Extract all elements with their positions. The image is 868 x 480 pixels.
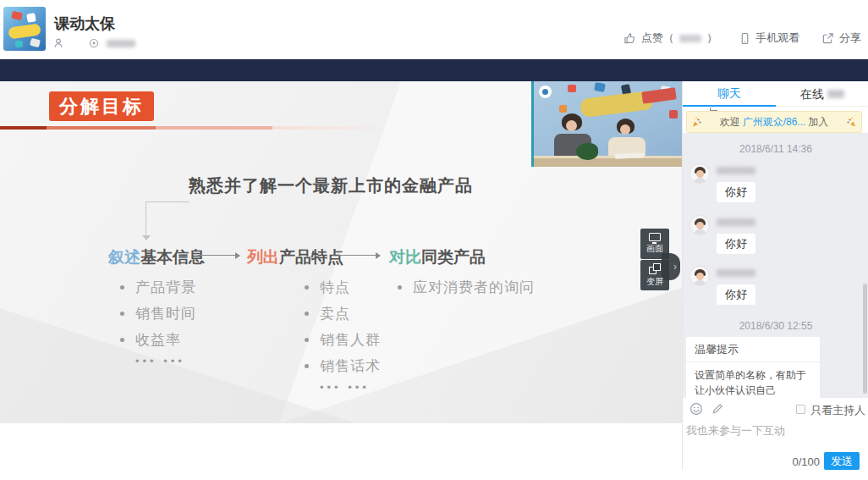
column-heading-compare: 对比同类产品 — [389, 246, 486, 268]
phone-icon — [739, 32, 750, 45]
more-dots: ••• ••• — [135, 355, 196, 367]
logo-decor — [26, 13, 36, 23]
logo-decor — [11, 11, 23, 20]
message-bubble: 你好 — [717, 234, 755, 254]
bullet: 销售话术 — [320, 356, 381, 376]
mobile-watch-label: 手机观看 — [755, 30, 799, 46]
tip-box: 温馨提示 设置简单的名称，有助于让小伙伴认识自己 — [686, 337, 820, 398]
blurred-meta-text — [107, 40, 135, 47]
tip-title: 温馨提示 — [686, 337, 820, 362]
chat-message: 你好 — [683, 163, 868, 211]
blurred-online-count — [827, 90, 844, 98]
chat-message: 你好 — [683, 266, 868, 313]
logo-decor — [15, 41, 23, 47]
only-host-label[interactable]: 只看主持人 — [810, 403, 865, 418]
send-button[interactable]: 发送 — [824, 452, 860, 470]
tip-body: 设置简单的名称，有助于让小伙伴认识自己 — [686, 362, 820, 398]
blurred-username — [717, 218, 755, 226]
like-label-suffix: ） — [706, 30, 717, 46]
bullet-list-compare: 应对消费者的询问 — [398, 274, 535, 301]
like-label-prefix: 点赞（ — [641, 30, 674, 46]
welcome-viewer-name: 广州观众/86... — [743, 115, 806, 130]
chat-timestamp: 2018/6/30 12:55 — [683, 320, 868, 332]
flow-arrow-head — [235, 252, 240, 259]
presenter-icon — [52, 37, 64, 49]
page-title: 课动太保 — [54, 14, 115, 34]
col-keyword-1: 列出 — [247, 248, 279, 266]
chat-timestamp: 2018/6/11 14:36 — [683, 143, 868, 155]
screen-icon — [649, 233, 661, 241]
chat-input-area: 只看主持人 0/100 发送 — [683, 398, 868, 470]
col-keyword-0: 叙述 — [108, 248, 140, 266]
chat-panel: 聊天 在线 欢迎 广州观众/86... 加入 2018/6/11 14:36 — [682, 81, 868, 470]
player-side-tools: 画面 变屏 — [640, 229, 669, 291]
col-rest-1: 产品特点 — [279, 248, 343, 266]
connector-arrow — [142, 235, 151, 240]
bullet-list-narrate: 产品背景 销售时间 收益率 ••• ••• — [120, 274, 196, 367]
slide-title-underline — [0, 126, 389, 130]
flow-arrow-head — [376, 252, 381, 259]
bullet: 特点 — [320, 278, 350, 297]
webcam-decor — [559, 105, 567, 113]
webcam-decor — [568, 85, 576, 92]
like-button[interactable]: 点赞（） — [624, 30, 717, 46]
chat-message: 你好 — [683, 215, 868, 262]
col-rest-0: 基本信息 — [140, 248, 205, 266]
share-label: 分享 — [839, 30, 861, 46]
tab-chat-label: 聊天 — [717, 81, 741, 106]
tab-online-label: 在线 — [800, 82, 824, 107]
screen-mode-label: 画面 — [646, 243, 663, 255]
blurred-like-count — [679, 35, 701, 42]
blurred-username — [717, 269, 755, 277]
bullet-list-features: 特点 卖点 销售人群 销售话术 ••• ••• — [305, 274, 381, 394]
webcam-plant — [576, 143, 598, 160]
welcome-suffix: 加入 — [808, 115, 828, 130]
chat-message-input[interactable] — [686, 422, 857, 439]
only-host-checkbox[interactable] — [796, 405, 805, 414]
chat-scrollbar-thumb[interactable] — [863, 284, 867, 394]
column-heading-narrate: 叙述基本信息 — [108, 246, 205, 268]
flow-arrow — [198, 255, 235, 256]
bullet: 卖点 — [320, 304, 350, 323]
bullet: 销售人群 — [320, 330, 381, 350]
blurred-username — [717, 167, 755, 174]
chat-input-toolbar: 只看主持人 — [683, 398, 868, 420]
webcam-logo — [539, 86, 552, 98]
message-bubble: 你好 — [717, 182, 755, 202]
tab-online[interactable]: 在线 — [776, 81, 868, 107]
channel-logo — [3, 7, 46, 51]
logo-decor — [30, 38, 41, 47]
more-dots: ••• ••• — [320, 381, 381, 394]
avatar — [689, 215, 710, 235]
welcome-prefix: 欢迎 — [720, 115, 740, 130]
welcome-banner: 欢迎 广州观众/86... 加入 — [686, 111, 862, 133]
share-icon — [821, 32, 834, 45]
char-counter: 0/100 — [777, 455, 820, 468]
tab-chat[interactable]: 聊天 — [683, 81, 776, 107]
player-letterbox-band — [0, 59, 868, 81]
party-icon — [691, 117, 701, 128]
webcam-decor — [669, 110, 678, 119]
webcam-icon — [88, 37, 100, 49]
avatar — [689, 266, 710, 286]
screen-mode-button[interactable]: 画面 — [640, 229, 669, 259]
edit-name-button[interactable] — [711, 402, 724, 418]
chat-tabs: 聊天 在线 — [683, 81, 868, 107]
header-actions: 点赞（） 手机观看 分享 — [624, 30, 861, 46]
chat-message-list: 2018/6/11 14:36 你好 你好 你好 2018/6/30 12:55… — [683, 133, 868, 398]
bullet: 产品背景 — [135, 278, 196, 297]
emoji-icon — [689, 402, 703, 416]
slide-title: 分解目标 — [49, 91, 154, 121]
slide-subtitle: 熟悉并了解一个最新上市的金融产品 — [189, 174, 473, 197]
connector-line — [146, 201, 190, 202]
channel-meta — [52, 36, 135, 50]
page: 课动太保 点赞（） 手机观看 — [0, 0, 868, 480]
swap-screen-button[interactable]: 变屏 — [640, 260, 669, 290]
emoji-button[interactable] — [689, 402, 703, 419]
bullet: 销售时间 — [135, 304, 196, 323]
col-keyword-2: 对比 — [389, 248, 421, 266]
message-bubble: 你好 — [717, 284, 755, 305]
swap-screen-icon — [649, 263, 661, 274]
share-button[interactable]: 分享 — [821, 30, 861, 46]
mobile-watch-button[interactable]: 手机观看 — [739, 30, 799, 46]
